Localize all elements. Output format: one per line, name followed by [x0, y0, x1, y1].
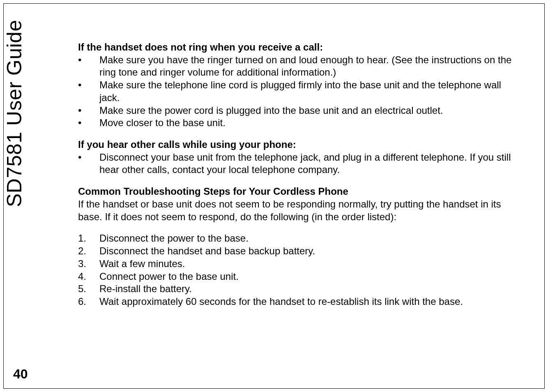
list-item-text: Make sure the telephone line cord is plu…	[99, 79, 501, 103]
section-heading-1: If the handset does not ring when you re…	[78, 41, 523, 54]
list-item: Make sure the power cord is plugged into…	[78, 104, 523, 117]
step-number: 3.	[78, 258, 86, 270]
list-item: Disconnect your base unit from the telep…	[78, 151, 523, 176]
bullet-list-1: Make sure you have the ringer turned on …	[78, 54, 523, 129]
step-text: Re-install the battery.	[99, 283, 192, 294]
list-item-text: Make sure the power cord is plugged into…	[99, 105, 443, 116]
list-item-text: Move closer to the base unit.	[99, 117, 226, 128]
step-text: Disconnect the power to the base.	[99, 233, 249, 244]
section-heading-3: Common Troubleshooting Steps for Your Co…	[78, 185, 523, 198]
step-number: 2.	[78, 245, 86, 258]
step-number: 6.	[78, 295, 86, 308]
step-number: 1.	[78, 232, 86, 245]
list-item: 4.Connect power to the base unit.	[78, 270, 523, 283]
list-item: Make sure the telephone line cord is plu…	[78, 79, 523, 104]
step-text: Wait approximately 60 seconds for the ha…	[99, 296, 463, 307]
list-item: Move closer to the base unit.	[78, 117, 523, 129]
document-title-vertical: SD7581 User Guide	[2, 20, 26, 207]
list-item-text: Disconnect your base unit from the telep…	[99, 152, 511, 175]
list-item: Make sure you have the ringer turned on …	[78, 54, 523, 79]
step-text: Connect power to the base unit.	[99, 271, 239, 282]
bullet-list-2: Disconnect your base unit from the telep…	[78, 151, 523, 176]
step-number: 5.	[78, 283, 86, 295]
list-item: 1.Disconnect the power to the base.	[78, 232, 523, 245]
main-content: If the handset does not ring when you re…	[78, 41, 523, 308]
numbered-list: 1.Disconnect the power to the base. 2.Di…	[78, 232, 523, 308]
step-text: Wait a few minutes.	[99, 258, 185, 269]
list-item: 3.Wait a few minutes.	[78, 258, 523, 270]
section-heading-2: If you hear other calls while using your…	[78, 138, 523, 151]
section-intro-text: If the handset or base unit does not see…	[78, 198, 523, 223]
list-item: 5.Re-install the battery.	[78, 283, 523, 295]
step-text: Disconnect the handset and base backup b…	[99, 245, 315, 256]
step-number: 4.	[78, 270, 86, 283]
list-item: 2.Disconnect the handset and base backup…	[78, 245, 523, 258]
list-item: 6.Wait approximately 60 seconds for the …	[78, 295, 523, 308]
page-number: 40	[13, 367, 28, 382]
list-item-text: Make sure you have the ringer turned on …	[99, 54, 511, 78]
